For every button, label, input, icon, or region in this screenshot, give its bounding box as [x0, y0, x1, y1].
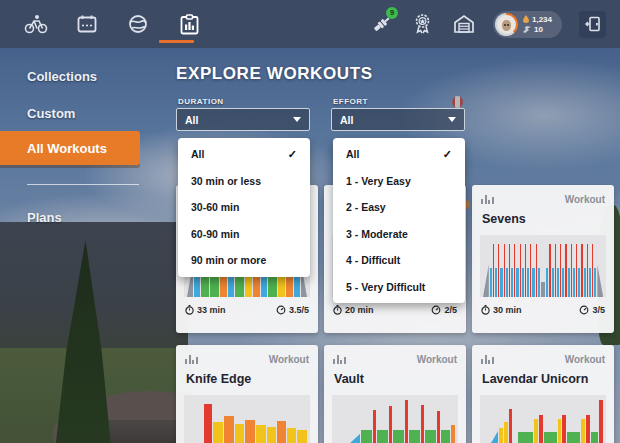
sidebar-item-collections[interactable]: Collections	[27, 69, 97, 84]
card-type-label: Workout	[269, 354, 309, 365]
workout-card[interactable]: Workout Vault	[324, 345, 466, 443]
menu-item[interactable]: 60-90 min	[178, 221, 310, 248]
drops-icon	[523, 15, 529, 23]
app-window: 9 1,234 10	[0, 0, 620, 443]
workout-chart-icon	[333, 354, 346, 364]
card-header: Workout	[333, 353, 457, 365]
workout-chart-icon	[185, 354, 198, 364]
sidebar-item-custom[interactable]: Custom	[27, 106, 75, 121]
menu-item[interactable]: 1 - Very Easy	[333, 168, 465, 195]
duration-select-value: All	[185, 114, 198, 126]
workouts-clipboard-icon[interactable]	[177, 12, 201, 36]
garage-icon[interactable]	[452, 12, 476, 36]
card-header: Workout	[481, 193, 605, 205]
level-count: 10	[534, 25, 543, 34]
menu-item[interactable]: 30 min or less	[178, 168, 310, 195]
card-header: Workout	[185, 353, 309, 365]
trainer-pairing-icon[interactable]: 9	[370, 12, 394, 36]
card-duration: 30 min	[493, 305, 522, 315]
workout-card[interactable]: Workout Lavendar Unicorn	[472, 345, 614, 443]
checkmark-icon: ✓	[288, 148, 297, 161]
effort-dropdown-menu: All✓1 - Very Easy2 - Easy3 - Moderate4 -…	[333, 138, 465, 303]
sidebar-item-plans[interactable]: Plans	[27, 210, 62, 225]
calendar-icon[interactable]	[75, 12, 99, 36]
sidebar-item-all-workouts[interactable]: All Workouts	[0, 131, 140, 165]
difficulty-gauge-icon	[431, 305, 441, 315]
avatar	[495, 13, 518, 36]
workout-card[interactable]: Workout Knife Edge	[176, 345, 318, 443]
card-footer: 33 min 3.5/5	[185, 304, 309, 316]
pairing-badge: 9	[386, 7, 398, 19]
card-title: Sevens	[482, 212, 526, 226]
active-tab-underline	[159, 40, 194, 43]
effort-select-value: All	[340, 114, 353, 126]
menu-item[interactable]: 90 min or more	[178, 247, 310, 274]
card-footer: 30 min 3/5	[481, 304, 605, 316]
chevron-down-icon	[293, 117, 301, 122]
exit-button[interactable]	[579, 11, 606, 38]
home-ride-icon[interactable]	[24, 12, 48, 36]
duration-filter-label: DURATION	[178, 97, 224, 106]
menu-item[interactable]: 5 - Very Difficult	[333, 274, 465, 301]
navbar-left-group	[24, 12, 201, 36]
sidebar-active-label: All Workouts	[27, 141, 107, 156]
menu-item[interactable]: 4 - Difficult	[333, 247, 465, 274]
navbar-right-group: 9 1,234 10	[370, 11, 606, 38]
workout-chart-icon	[481, 354, 494, 364]
card-type-label: Workout	[417, 354, 457, 365]
effort-select[interactable]: All	[331, 108, 465, 131]
difficulty-gauge-icon	[276, 305, 286, 315]
card-title: Vault	[334, 372, 364, 386]
duration-dropdown-menu: All✓30 min or less30-60 min60-90 min90 m…	[178, 138, 310, 277]
sidebar-divider	[27, 184, 139, 185]
card-title: Knife Edge	[186, 372, 251, 386]
profile-pill[interactable]: 1,234 10	[493, 11, 562, 38]
workout-card[interactable]: Workout Sevens 30 min 3/5	[472, 185, 614, 333]
stopwatch-icon	[481, 305, 490, 315]
stopwatch-icon	[185, 305, 194, 315]
card-duration: 33 min	[197, 305, 226, 315]
chevron-down-icon	[448, 117, 456, 122]
top-navbar: 9 1,234 10	[0, 0, 620, 48]
menu-item[interactable]: 30-60 min	[178, 194, 310, 221]
world-globe-icon[interactable]	[126, 12, 150, 36]
workout-profile-chart	[184, 395, 310, 443]
card-type-label: Workout	[565, 194, 605, 205]
card-header: Workout	[481, 353, 605, 365]
difficulty-gauge-icon	[579, 305, 589, 315]
menu-item[interactable]: All✓	[333, 141, 465, 168]
workout-profile-chart	[480, 235, 606, 297]
level-icon	[523, 26, 531, 33]
card-rating: 3/5	[592, 305, 605, 315]
card-duration: 20 min	[345, 305, 374, 315]
exit-door-icon	[585, 16, 601, 32]
menu-item[interactable]: All✓	[178, 141, 310, 168]
card-footer: 20 min 2/5	[333, 304, 457, 316]
achievements-medal-icon[interactable]	[411, 12, 435, 36]
card-rating: 2/5	[444, 305, 457, 315]
drops-count: 1,234	[532, 15, 552, 24]
card-rating: 3.5/5	[289, 305, 309, 315]
menu-item[interactable]: 2 - Easy	[333, 194, 465, 221]
profile-stats: 1,234 10	[523, 15, 552, 34]
page-title: EXPLORE WORKOUTS	[176, 64, 373, 84]
effort-filter-label: EFFORT	[333, 97, 368, 106]
card-title: Lavendar Unicorn	[482, 372, 588, 386]
checkmark-icon: ✓	[443, 148, 452, 161]
workout-profile-chart	[332, 395, 458, 443]
stopwatch-icon	[333, 305, 342, 315]
workout-chart-icon	[481, 194, 494, 204]
card-type-label: Workout	[565, 354, 605, 365]
workout-profile-chart	[480, 395, 606, 443]
duration-select[interactable]: All	[176, 108, 310, 131]
menu-item[interactable]: 3 - Moderate	[333, 221, 465, 248]
